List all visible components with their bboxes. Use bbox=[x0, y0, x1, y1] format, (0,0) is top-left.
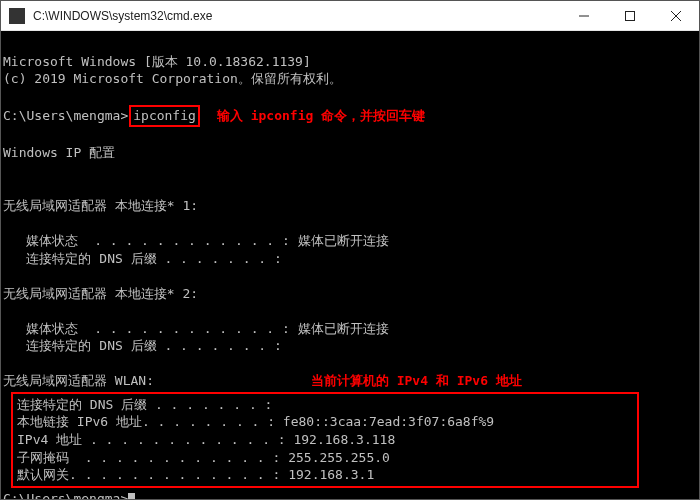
svg-rect-1 bbox=[626, 11, 635, 20]
adapter-row: 连接特定的 DNS 后缀 . . . . . . . : bbox=[3, 338, 282, 353]
prompt-line-2: C:\Users\mengma> bbox=[3, 491, 135, 499]
wlan-row: 连接特定的 DNS 后缀 . . . . . . . : bbox=[17, 397, 272, 412]
wlan-row: 默认网关. . . . . . . . . . . . . : 192.168.… bbox=[17, 467, 633, 482]
row-value: fe80::3caa:7ead:3f07:6a8f%9 bbox=[275, 414, 494, 429]
row-label: 子网掩码 . . . . . . . . . . . . : bbox=[17, 450, 280, 465]
wlan-info-highlight-box: 连接特定的 DNS 后缀 . . . . . . . : 本地链接 IPv6 地… bbox=[11, 392, 639, 488]
wlan-row: 子网掩码 . . . . . . . . . . . . : 255.255.2… bbox=[17, 450, 390, 465]
maximize-button[interactable] bbox=[607, 1, 653, 30]
adapter-row: 媒体状态 . . . . . . . . . . . . : 媒体已断开连接 bbox=[3, 233, 389, 248]
titlebar: C:\WINDOWS\system32\cmd.exe bbox=[1, 1, 699, 31]
row-label: 媒体状态 . . . . . . . . . . . . : bbox=[26, 321, 289, 336]
prompt-line-1: C:\Users\mengma>ipconfig输入 ipconfig 命令，并… bbox=[3, 108, 425, 123]
cursor-icon bbox=[128, 493, 135, 499]
row-value: 255.255.255.0 bbox=[280, 450, 390, 465]
window-title: C:\WINDOWS\system32\cmd.exe bbox=[33, 9, 561, 23]
command-text: ipconfig bbox=[133, 108, 196, 123]
row-value: 媒体已断开连接 bbox=[290, 233, 389, 248]
titlebar-buttons bbox=[561, 1, 699, 30]
row-value: 192.168.3.118 bbox=[286, 432, 396, 447]
row-label: 连接特定的 DNS 后缀 . . . . . . . : bbox=[17, 397, 272, 412]
close-button[interactable] bbox=[653, 1, 699, 30]
prompt-prefix: C:\Users\mengma> bbox=[3, 108, 128, 123]
row-label: 默认网关. . . . . . . . . . . . . : bbox=[17, 467, 280, 482]
wlan-annotation: 当前计算机的 IPv4 和 IPv6 地址 bbox=[311, 373, 522, 388]
cmd-window: C:\WINDOWS\system32\cmd.exe Microsoft Wi… bbox=[0, 0, 700, 500]
command-annotation: 输入 ipconfig 命令，并按回车键 bbox=[217, 108, 425, 123]
ip-config-header: Windows IP 配置 bbox=[3, 145, 115, 160]
minimize-button[interactable] bbox=[561, 1, 607, 30]
row-value: 媒体已断开连接 bbox=[290, 321, 389, 336]
row-label: 媒体状态 . . . . . . . . . . . . : bbox=[26, 233, 289, 248]
header-line1: Microsoft Windows [版本 10.0.18362.1139] bbox=[3, 54, 311, 69]
row-label: 连接特定的 DNS 后缀 . . . . . . . : bbox=[26, 251, 281, 266]
row-label: 连接特定的 DNS 后缀 . . . . . . . : bbox=[26, 338, 281, 353]
row-label: IPv4 地址 . . . . . . . . . . . . : bbox=[17, 432, 286, 447]
command-highlight-box: ipconfig bbox=[129, 105, 200, 127]
cmd-icon bbox=[9, 8, 25, 24]
terminal-area[interactable]: Microsoft Windows [版本 10.0.18362.1139] (… bbox=[1, 31, 699, 499]
adapter-title-1: 无线局域网适配器 本地连接* 2: bbox=[3, 286, 198, 301]
wlan-title-line: 无线局域网适配器 WLAN: 当前计算机的 IPv4 和 IPv6 地址 bbox=[3, 373, 522, 388]
adapter-row: 媒体状态 . . . . . . . . . . . . : 媒体已断开连接 bbox=[3, 321, 389, 336]
row-label: 本地链接 IPv6 地址. . . . . . . . : bbox=[17, 414, 275, 429]
wlan-adapter-title: 无线局域网适配器 WLAN: bbox=[3, 373, 154, 388]
wlan-row: IPv4 地址 . . . . . . . . . . . . : 192.16… bbox=[17, 432, 395, 447]
row-value: 192.168.3.1 bbox=[280, 467, 374, 482]
prompt-prefix: C:\Users\mengma> bbox=[3, 491, 128, 499]
header-line2: (c) 2019 Microsoft Corporation。保留所有权利。 bbox=[3, 71, 342, 86]
adapter-title-0: 无线局域网适配器 本地连接* 1: bbox=[3, 198, 198, 213]
adapter-row: 连接特定的 DNS 后缀 . . . . . . . : bbox=[3, 251, 282, 266]
wlan-row: 本地链接 IPv6 地址. . . . . . . . : fe80::3caa… bbox=[17, 414, 494, 429]
